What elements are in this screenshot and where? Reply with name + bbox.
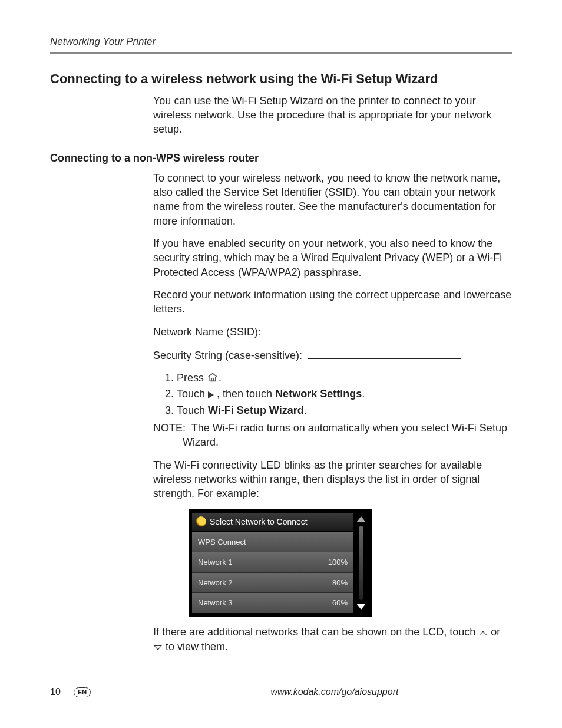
lcd-row-wps[interactable]: WPS Connect — [192, 532, 353, 552]
step-text: , then touch — [214, 388, 275, 400]
body-block: To connect to your wireless network, you… — [153, 171, 512, 417]
step-1: Press . — [177, 371, 512, 386]
step-2: Touch , then touch Network Settings. — [177, 387, 512, 401]
text-fragment: or — [491, 626, 500, 638]
lcd-row-signal: 80% — [332, 578, 348, 588]
paragraph-after-lcd: If there are additional networks that ca… — [153, 625, 512, 655]
play-icon — [208, 388, 214, 402]
step-text: Touch — [177, 404, 208, 416]
running-header: Networking Your Printer — [50, 35, 512, 54]
intro-block: You can use the Wi-Fi Setup Wizard on th… — [153, 94, 512, 137]
page-footer: 10 EN www.kodak.com/go/aiosupport — [50, 686, 512, 699]
lcd-row-signal: 60% — [332, 598, 348, 608]
lcd-row-name: Network 3 — [198, 598, 233, 608]
lcd-row-name: WPS Connect — [198, 537, 246, 548]
svg-marker-1 — [208, 391, 214, 398]
lcd-screenshot: Select Network to Connect WPS Connect Ne… — [189, 509, 512, 617]
lcd-scrollbar[interactable] — [353, 513, 369, 613]
paragraph: Record your network information using th… — [153, 288, 512, 317]
step-3: Touch Wi-Fi Setup Wizard. — [177, 403, 512, 417]
ssid-field-line: Network Name (SSID): — [153, 324, 512, 339]
steps-list: Press . Touch , then touch Network Setti… — [153, 371, 512, 417]
home-icon — [207, 371, 219, 386]
note-text: The Wi-Fi radio turns on automatically w… — [183, 422, 507, 448]
wifi-setup-wizard-label: Wi-Fi Setup Wizard — [208, 404, 304, 416]
step-text: . — [362, 388, 365, 400]
scroll-up-icon[interactable] — [356, 516, 366, 522]
text-fragment: If there are additional networks that ca… — [153, 626, 478, 638]
lcd-row-name: Network 2 — [198, 578, 233, 588]
paragraph: To connect to your wireless network, you… — [153, 171, 512, 228]
ssid-label: Network Name (SSID): — [153, 326, 261, 338]
triangle-down-icon — [153, 640, 163, 654]
step-text: . — [304, 404, 307, 416]
intro-text: You can use the Wi-Fi Setup Wizard on th… — [153, 94, 512, 137]
section-title: Connecting to a wireless network using t… — [50, 70, 512, 88]
lcd-row-network2[interactable]: Network 2 80% — [192, 572, 353, 593]
sun-icon — [196, 516, 206, 527]
page-number: 10 — [50, 686, 74, 699]
text-fragment: to view them. — [166, 641, 228, 653]
step-text: Press — [177, 372, 207, 384]
body-block-2: The Wi-Fi connectivity LED blinks as the… — [153, 458, 512, 655]
paragraph: The Wi-Fi connectivity LED blinks as the… — [153, 458, 512, 501]
note-line: NOTE: The Wi-Fi radio turns on automatic… — [153, 421, 512, 450]
footer-url: www.kodak.com/go/aiosupport — [270, 686, 398, 699]
security-blank — [308, 348, 461, 359]
ssid-blank — [270, 324, 482, 335]
lcd-header: Select Network to Connect — [192, 513, 353, 532]
step-text: . — [219, 372, 222, 384]
lcd-row-network1[interactable]: Network 1 100% — [192, 552, 353, 572]
paragraph: If you have enabled security on your net… — [153, 236, 512, 279]
lcd-panel: Select Network to Connect WPS Connect Ne… — [189, 509, 372, 617]
security-field-line: Security String (case-sensitive): — [153, 348, 512, 363]
lcd-header-text: Select Network to Connect — [210, 516, 308, 528]
manual-page: Networking Your Printer Connecting to a … — [0, 0, 562, 728]
note-label: NOTE: — [153, 422, 186, 434]
scroll-down-icon[interactable] — [356, 604, 366, 610]
language-badge: EN — [74, 687, 91, 697]
network-settings-label: Network Settings — [275, 388, 362, 400]
security-label: Security String (case-sensitive): — [153, 350, 302, 361]
lcd-row-signal: 100% — [328, 557, 348, 568]
step-text: Touch — [177, 388, 208, 400]
lcd-row-name: Network 1 — [198, 557, 233, 568]
scroll-track[interactable] — [359, 526, 363, 600]
lcd-row-network3[interactable]: Network 3 60% — [192, 592, 353, 613]
lcd-list: Select Network to Connect WPS Connect Ne… — [192, 513, 353, 613]
subsection-title: Connecting to a non-WPS wireless router — [50, 151, 512, 165]
triangle-up-icon — [478, 625, 488, 640]
